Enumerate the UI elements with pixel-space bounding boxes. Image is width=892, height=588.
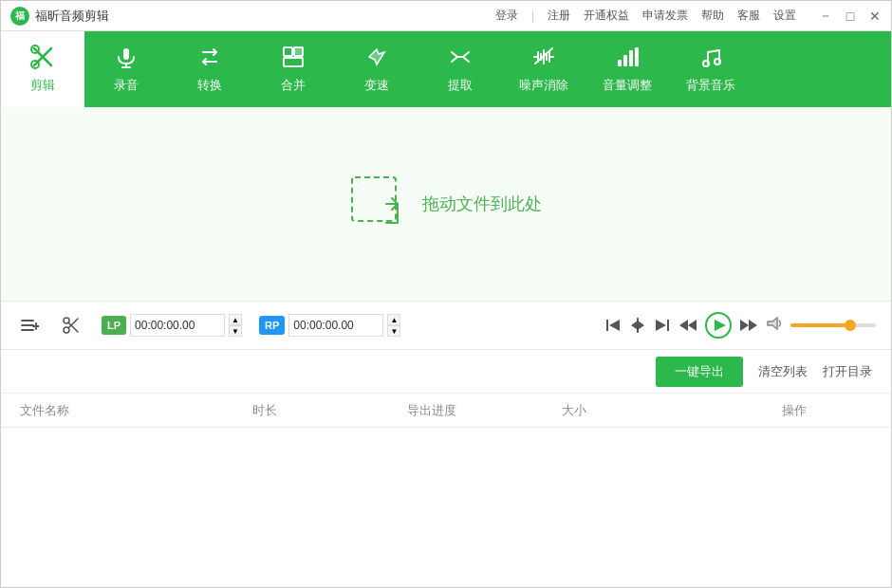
nav-vip[interactable]: 开通权益	[584, 8, 629, 24]
lp-time-group: LP ▲ ▼	[102, 314, 242, 337]
clear-list-button[interactable]: 清空列表	[758, 363, 808, 380]
rp-step-down[interactable]: ▼	[387, 325, 400, 337]
toolbar-label-merge: 合并	[281, 77, 306, 94]
bgm-icon	[698, 45, 723, 73]
rp-step-up[interactable]: ▲	[387, 314, 400, 325]
svg-marker-48	[768, 318, 777, 329]
toolbar-item-extract[interactable]: 提取	[418, 31, 502, 107]
volume-icon	[615, 45, 640, 73]
col-header-duration: 时长	[252, 402, 407, 419]
toolbar-label-cut: 剪辑	[30, 77, 55, 94]
lp-stepper: ▲ ▼	[229, 314, 242, 337]
volume-thumb[interactable]	[845, 320, 856, 331]
nav-register[interactable]: 注册	[548, 8, 570, 24]
toolbar-item-denoise[interactable]: 噪声消除	[502, 31, 585, 107]
svg-rect-22	[635, 47, 639, 66]
svg-rect-7	[284, 47, 292, 56]
toolbar-label-bgm: 背景音乐	[686, 77, 735, 94]
toolbar-item-record[interactable]: 录音	[84, 31, 168, 107]
open-dir-button[interactable]: 打开目录	[823, 363, 872, 380]
svg-rect-4	[123, 48, 129, 60]
lp-step-up[interactable]: ▲	[229, 314, 242, 325]
nav-help[interactable]: 帮助	[701, 8, 724, 24]
skip-to-end-button[interactable]	[654, 317, 671, 334]
toolbar-label-volume: 音量调整	[603, 77, 652, 94]
svg-marker-36	[609, 320, 620, 331]
toolbar-item-convert[interactable]: 转换	[168, 31, 251, 107]
rewind-button[interactable]	[678, 317, 697, 334]
nav-login[interactable]: 登录	[495, 8, 518, 24]
file-table: 文件名称 时长 导出进度 大小 操作	[1, 394, 891, 587]
toolbar-item-merge[interactable]: 合并	[251, 31, 335, 107]
lp-time-input[interactable]	[130, 314, 225, 337]
svg-marker-45	[715, 320, 726, 331]
denoise-icon	[531, 45, 556, 73]
toolbar-label-extract: 提取	[448, 77, 473, 94]
controls-bar: LP ▲ ▼ RP ▲ ▼	[1, 301, 891, 350]
skip-to-start-button[interactable]	[604, 317, 622, 334]
nav-invoice[interactable]: 申请发票	[642, 8, 688, 24]
title-bar-nav: 登录 | 注册 开通权益 申请发票 帮助 客服 设置 － □ ✕	[495, 8, 882, 24]
toolbar-item-cut[interactable]: 剪辑	[1, 31, 84, 107]
svg-marker-41	[656, 320, 666, 331]
maximize-button[interactable]: □	[844, 9, 857, 23]
svg-marker-38	[631, 321, 638, 330]
center-button[interactable]	[629, 317, 646, 334]
toolbar-label-convert: 转换	[197, 77, 222, 94]
record-icon	[114, 45, 139, 73]
nav-service[interactable]: 客服	[737, 8, 760, 24]
toolbar-item-volume[interactable]: 音量调整	[585, 31, 669, 107]
action-bar: 一键导出 清空列表 打开目录	[1, 350, 891, 394]
svg-rect-9	[284, 58, 303, 66]
svg-marker-43	[679, 320, 688, 331]
svg-point-24	[715, 59, 720, 64]
fast-forward-button[interactable]	[739, 317, 758, 334]
rp-time-input[interactable]	[288, 314, 383, 337]
merge-icon	[281, 45, 306, 73]
toolbar-label-speed: 变速	[364, 77, 389, 94]
window-controls: － □ ✕	[819, 9, 882, 23]
rp-time-group: RP ▲ ▼	[259, 314, 400, 337]
lp-step-down[interactable]: ▼	[229, 325, 242, 337]
title-bar: 福 福昕音频剪辑 登录 | 注册 开通权益 申请发票 帮助 客服 设置 － □ …	[1, 1, 891, 31]
drop-zone-icon	[350, 175, 407, 232]
col-header-name: 文件名称	[20, 402, 252, 419]
playback-controls	[604, 312, 876, 339]
col-header-action: 操作	[717, 402, 872, 419]
svg-rect-20	[623, 55, 627, 66]
extract-icon	[448, 45, 473, 73]
convert-icon	[197, 45, 222, 73]
app-title: 福昕音频剪辑	[35, 8, 109, 25]
app-window: 福 福昕音频剪辑 登录 | 注册 开通权益 申请发票 帮助 客服 设置 － □ …	[0, 0, 892, 588]
speed-icon	[364, 45, 389, 73]
toolbar-item-bgm[interactable]: 背景音乐	[669, 31, 753, 107]
svg-marker-46	[740, 320, 749, 331]
svg-marker-39	[638, 321, 644, 330]
add-list-button[interactable]	[16, 312, 43, 339]
svg-rect-35	[606, 320, 608, 331]
cut-icon	[30, 45, 55, 73]
rp-badge: RP	[259, 316, 285, 335]
drop-zone[interactable]: 拖动文件到此处	[1, 107, 891, 301]
volume-icon	[766, 315, 783, 336]
main-content: 拖动文件到此处	[1, 107, 891, 587]
minimize-button[interactable]: －	[819, 9, 832, 23]
toolbar-label-record: 录音	[114, 77, 139, 94]
lp-badge: LP	[102, 316, 126, 335]
drop-zone-text: 拖动文件到此处	[422, 193, 542, 215]
title-bar-left: 福 福昕音频剪辑	[10, 7, 109, 26]
volume-slider[interactable]	[790, 323, 876, 327]
rp-stepper: ▲ ▼	[387, 314, 400, 337]
scissors-button[interactable]	[58, 312, 84, 339]
svg-marker-42	[688, 320, 697, 331]
app-logo: 福	[10, 7, 29, 26]
close-button[interactable]: ✕	[868, 9, 882, 23]
svg-rect-8	[294, 47, 303, 56]
toolbar-item-speed[interactable]: 变速	[335, 31, 418, 107]
table-header: 文件名称 时长 导出进度 大小 操作	[1, 394, 891, 428]
play-button[interactable]	[705, 312, 732, 339]
nav-settings[interactable]: 设置	[773, 8, 796, 24]
export-button[interactable]: 一键导出	[656, 357, 743, 387]
toolbar-label-denoise: 噪声消除	[519, 77, 568, 94]
col-header-progress: 导出进度	[407, 402, 562, 419]
